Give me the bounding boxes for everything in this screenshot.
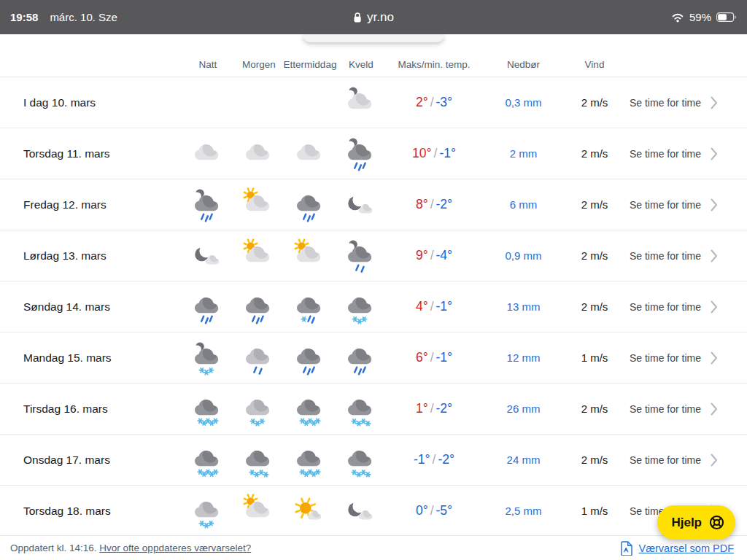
weather-icon-snow-kveld	[344, 289, 378, 324]
chevron-right-icon	[711, 147, 718, 160]
address-bar[interactable]: yr.no	[353, 0, 394, 34]
see-hour-by-hour-link[interactable]: Se time for time	[630, 96, 747, 109]
weather-icon-sleet-ettermiddag	[293, 289, 327, 324]
row-precipitation: 0,9 mm	[505, 249, 541, 262]
weather-icon-snow-night-natt	[191, 341, 225, 376]
weather-icon-rain-morgen	[242, 289, 276, 324]
weather-icon-rain-natt	[191, 289, 225, 324]
footer-pdf: Værvarsel som PDF	[621, 541, 737, 556]
temp-min: -1°	[439, 146, 456, 160]
weather-icon-empty-ettermiddag	[293, 85, 327, 120]
temp-min: -2°	[438, 452, 454, 467]
chevron-right-icon	[711, 198, 718, 211]
row-temperature: 10°/-1°	[412, 146, 456, 161]
forecast-table: I dag 10. mars 2°/-3° 0,3 mm 2 m/s Se ti…	[0, 77, 747, 537]
temp-min: -1°	[436, 350, 453, 365]
temp-max: 0°	[416, 503, 428, 518]
temp-min: -2°	[436, 197, 453, 211]
weather-icon-rain-night-kveld	[344, 136, 378, 171]
weather-icon-fair-day-ettermiddag	[293, 494, 327, 529]
row-wind: 2 m/s	[581, 454, 608, 466]
table-row[interactable]: I dag 10. mars 2°/-3° 0,3 mm 2 m/s Se ti…	[0, 77, 747, 128]
temp-min: -2°	[436, 401, 453, 416]
weather-icon-light-rain-morgen	[242, 341, 276, 376]
weather-icon-cloudy-ettermiddag	[293, 136, 327, 171]
statusbar-left: 19:58 márc. 10. Sze	[10, 11, 117, 23]
see-hour-by-hour-link[interactable]: Se time for time	[630, 402, 747, 416]
row-day-label: Søndag 14. mars	[0, 300, 182, 314]
table-row[interactable]: Fredag 12. mars 8°/-2° 6 mm 2 m/s Se tim…	[0, 179, 747, 230]
row-day-label: Mandag 15. mars	[0, 351, 182, 365]
pdf-document-icon	[621, 541, 633, 556]
url-text: yr.no	[367, 10, 394, 25]
update-frequency-link[interactable]: Hvor ofte oppdateres værvarselet?	[99, 542, 251, 553]
help-button-label: Hjelp	[671, 516, 702, 530]
lock-icon	[353, 12, 362, 23]
see-hour-by-hour-link[interactable]: Se time for time	[630, 300, 747, 314]
row-wind: 2 m/s	[581, 300, 608, 313]
table-row[interactable]: Mandag 15. mars 6°/-1° 12 mm 1 m/s Se ti…	[0, 332, 747, 384]
row-precipitation: 12 mm	[507, 351, 541, 364]
row-wind: 1 m/s	[581, 505, 608, 517]
row-wind: 2 m/s	[581, 249, 608, 262]
temp-slash: /	[432, 146, 440, 160]
weather-icon-partly-cloudy-day-morgen	[242, 494, 276, 529]
address-bar-bump	[303, 34, 444, 42]
see-hour-by-hour-link[interactable]: Se time for time	[630, 198, 747, 211]
table-row[interactable]: Lørdag 13. mars 9°/-4° 0,9 mm 2 m/s Se t…	[0, 230, 747, 281]
weather-icon-cloudy-natt	[191, 136, 225, 171]
col-header-kveld: Kveld	[349, 59, 374, 70]
row-precipitation: 13 mm	[507, 300, 541, 313]
see-hour-by-hour-link[interactable]: Se time for time	[630, 351, 747, 365]
table-row[interactable]: Torsdag 18. mars 0°/-5° 2,5 mm 1 m/s Se …	[0, 486, 747, 537]
row-temperature: 1°/-2°	[416, 401, 452, 416]
weather-icon-rain-kveld	[344, 341, 378, 376]
row-day-label: Torsdag 11. mars	[0, 147, 182, 160]
row-wind: 2 m/s	[581, 96, 608, 109]
table-row[interactable]: Tirsdag 16. mars 1°/-2° 26 mm 2 m/s Se t…	[0, 384, 747, 435]
row-temperature: 2°/-3°	[416, 95, 452, 110]
temp-min: -3°	[436, 95, 453, 109]
temp-slash: /	[428, 350, 436, 365]
temp-max: -1°	[414, 452, 430, 467]
row-precipitation: 2,5 mm	[505, 505, 541, 517]
col-header-morgen: Morgen	[242, 59, 276, 70]
row-day-label: I dag 10. mars	[0, 96, 182, 109]
row-day-label: Tirsdag 16. mars	[0, 402, 182, 416]
weather-icon-empty-natt	[191, 85, 225, 120]
row-wind: 2 m/s	[581, 147, 608, 160]
weather-icon-heavy-snow-natt	[191, 443, 225, 478]
table-row[interactable]: Søndag 14. mars 4°/-1° 13 mm 2 m/s Se ti…	[0, 281, 747, 332]
chevron-right-icon	[711, 249, 718, 262]
updated-text: Oppdatert kl. 14:16.	[10, 542, 97, 553]
weather-icon-fair-night-kveld	[344, 187, 378, 222]
weather-icon-empty-morgen	[242, 85, 276, 120]
table-row[interactable]: Torsdag 11. mars 10°/-1° 2 mm 2 m/s Se t…	[0, 128, 747, 179]
weather-icon-snow-morgen	[242, 443, 276, 478]
lifebuoy-icon	[708, 514, 725, 531]
page-footer: Oppdatert kl. 14:16. Hvor ofte oppdatere…	[0, 535, 747, 560]
see-hour-by-hour-link[interactable]: Se time for time	[630, 454, 747, 467]
row-day-label: Fredag 12. mars	[0, 198, 182, 211]
temp-slash: /	[428, 197, 436, 211]
table-row[interactable]: Onsdag 17. mars -1°/-2° 24 mm 2 m/s Se t…	[0, 435, 747, 486]
see-hour-by-hour-label: Se time for time	[630, 403, 701, 415]
row-precipitation: 26 mm	[507, 402, 541, 415]
temp-min: -1°	[436, 299, 453, 314]
weather-icon-partly-cloudy-day-ettermiddag	[293, 238, 327, 273]
pdf-download-link[interactable]: Værvarsel som PDF	[638, 542, 734, 554]
see-hour-by-hour-link[interactable]: Se time for time	[630, 147, 747, 160]
weather-icon-partly-cloudy-day-morgen	[242, 238, 276, 273]
weather-icon-cloudy-morgen	[242, 136, 276, 171]
temp-slash: /	[428, 401, 436, 416]
see-hour-by-hour-link[interactable]: Se time for time	[630, 249, 747, 262]
temp-min: -5°	[436, 503, 453, 518]
col-header-ettermiddag: Ettermiddag	[284, 59, 337, 70]
temp-max: 8°	[416, 197, 428, 211]
footer-updated: Oppdatert kl. 14:16. Hvor ofte oppdatere…	[10, 542, 251, 553]
help-button[interactable]: Hjelp	[657, 505, 735, 540]
see-hour-by-hour-label: Se time for time	[630, 148, 701, 160]
temp-slash: /	[430, 452, 438, 467]
row-wind: 1 m/s	[581, 351, 608, 364]
forecast-page: Natt Morgen Ettermiddag Kveld Maks/min. …	[0, 34, 747, 537]
